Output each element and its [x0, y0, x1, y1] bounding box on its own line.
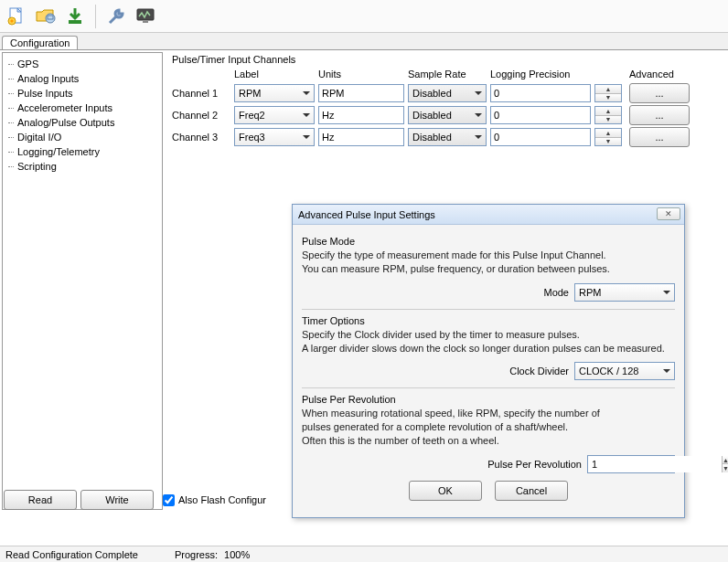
hdr-advanced: Advanced [629, 69, 690, 81]
channel2-precision-input[interactable] [490, 106, 591, 124]
channel1-samplerate-value: Disabled [412, 88, 452, 99]
dialog-title-text: Advanced Pulse Input Settings [298, 209, 435, 220]
channel2-name: Channel 2 [172, 110, 230, 121]
spinner-up-icon[interactable]: ▲ [595, 85, 621, 94]
advanced-pulse-dialog: Advanced Pulse Input Settings ✕ Pulse Mo… [292, 204, 685, 518]
mode-value: RPM [579, 287, 601, 298]
spinner-down-icon[interactable]: ▼ [595, 94, 621, 102]
tab-configuration[interactable]: Configuration [2, 36, 78, 49]
channel3-label-value: Freq3 [239, 132, 265, 143]
spinner-up-icon[interactable]: ▲ [595, 107, 621, 116]
channel-grid: Label Units Sample Rate Logging Precisio… [172, 69, 721, 147]
channel3-advanced-button[interactable]: ... [629, 127, 690, 147]
ppr-desc2: pulses generated for a complete revoluti… [302, 420, 675, 434]
sidebar-item-analog-inputs[interactable]: Analog Inputs [5, 71, 160, 86]
channel3-units-input[interactable] [318, 128, 404, 146]
ppr-desc3: Often this is the number of teeth on a w… [302, 434, 675, 448]
ppr-input[interactable]: ▲▼ [587, 455, 675, 473]
statusbar: Read Configuration Complete Progress: 10… [0, 546, 728, 562]
channel2-units-input[interactable] [318, 106, 404, 124]
hdr-sample-rate: Sample Rate [408, 69, 487, 81]
channel3-name: Channel 3 [172, 132, 230, 143]
clock-divider-label: Clock Divider [509, 366, 569, 376]
spinner-up-icon[interactable]: ▲ [595, 129, 621, 138]
sidebar-item-pulse-inputs[interactable]: Pulse Inputs [5, 86, 160, 101]
sidebar-item-accel-inputs[interactable]: Accelerometer Inputs [5, 101, 160, 115]
channel1-advanced-button[interactable]: ... [629, 83, 690, 103]
dialog-titlebar[interactable]: Advanced Pulse Input Settings ✕ [293, 205, 684, 225]
ppr-label: Pulse Per Revolution [487, 459, 582, 470]
flash-checkbox-row: Also Flash Configur [163, 494, 266, 506]
channel3-samplerate-combo[interactable]: Disabled [408, 128, 487, 146]
download-icon[interactable] [62, 4, 88, 29]
flash-checkbox-label: Also Flash Configur [178, 494, 266, 505]
channel1-label-value: RPM [239, 88, 261, 99]
pulse-mode-desc2: You can measure RPM, pulse frequency, or… [302, 262, 675, 276]
new-file-icon[interactable] [4, 4, 29, 29]
wrench-icon[interactable] [103, 4, 129, 29]
svg-rect-4 [48, 16, 53, 19]
channel2-label-combo[interactable]: Freq2 [234, 106, 315, 124]
dialog-cancel-button[interactable]: Cancel [495, 481, 568, 501]
ppr-heading: Pulse Per Revolution [302, 394, 675, 405]
channel1-precision-spinner[interactable]: ▲▼ [594, 84, 622, 102]
ppr-input-field[interactable] [588, 456, 722, 472]
channel3-label-combo[interactable]: Freq3 [234, 128, 315, 146]
svg-rect-7 [143, 21, 148, 23]
dialog-separator [302, 309, 675, 310]
pulse-mode-desc1: Specify the type of measurement made for… [302, 249, 675, 262]
spinner-up-icon[interactable]: ▲ [723, 456, 728, 465]
channel3-precision-input[interactable] [490, 128, 591, 146]
flash-checkbox[interactable] [163, 494, 175, 506]
channel1-precision-input[interactable] [490, 84, 591, 102]
sidebar: GPS Analog Inputs Pulse Inputs Accelerom… [2, 52, 163, 510]
status-text: Read Configuration Complete [5, 549, 138, 560]
channel2-label-value: Freq2 [239, 110, 265, 121]
dialog-body: Pulse Mode Specify the type of measureme… [293, 225, 684, 517]
close-icon: ✕ [665, 209, 672, 218]
ppr-desc1: When measuring rotational speed, like RP… [302, 407, 675, 420]
pulse-mode-heading: Pulse Mode [302, 236, 675, 247]
hdr-label: Label [234, 69, 315, 81]
channel2-samplerate-combo[interactable]: Disabled [408, 106, 487, 124]
sidebar-item-scripting[interactable]: Scripting [5, 159, 160, 174]
channel3-samplerate-value: Disabled [412, 132, 452, 143]
toolbar [0, 0, 728, 33]
spinner-down-icon[interactable]: ▼ [595, 116, 621, 124]
channel1-samplerate-combo[interactable]: Disabled [408, 84, 487, 102]
channel2-precision-spinner[interactable]: ▲▼ [594, 106, 622, 124]
spinner-down-icon[interactable]: ▼ [595, 138, 621, 146]
write-button[interactable]: Write [80, 490, 154, 510]
progress-label: Progress: [175, 549, 218, 560]
tab-bar: Configuration [0, 33, 728, 49]
timer-options-desc2: A larger divider slows down the clock so… [302, 342, 675, 355]
timer-options-heading: Timer Options [302, 315, 675, 326]
progress-value: 100% [224, 549, 250, 560]
dialog-ok-button[interactable]: OK [409, 481, 482, 501]
channel3-precision-spinner[interactable]: ▲▼ [594, 128, 622, 146]
status-progress: Progress: 100% [175, 549, 250, 560]
channel1-label-combo[interactable]: RPM [234, 84, 315, 102]
dialog-button-row: OK Cancel [302, 473, 675, 510]
monitor-icon[interactable] [133, 4, 158, 29]
spinner-down-icon[interactable]: ▼ [723, 464, 728, 472]
dialog-close-button[interactable]: ✕ [657, 207, 680, 220]
channel2-samplerate-value: Disabled [412, 110, 452, 121]
svg-rect-5 [69, 20, 81, 24]
hdr-logging-precision: Logging Precision [490, 69, 591, 81]
mode-combo[interactable]: RPM [574, 283, 675, 302]
clock-divider-value: CLOCK / 128 [579, 366, 638, 376]
open-folder-icon[interactable] [33, 4, 59, 29]
clock-divider-combo[interactable]: CLOCK / 128 [574, 362, 675, 380]
sidebar-item-digital-io[interactable]: Digital I/O [5, 130, 160, 144]
section-title: Pulse/Timer Input Channels [172, 54, 721, 65]
toolbar-separator [95, 5, 96, 28]
timer-options-desc1: Specify the Clock divider used by the ti… [302, 328, 675, 342]
read-button[interactable]: Read [4, 490, 77, 510]
sidebar-item-logging-telemetry[interactable]: Logging/Telemetry [5, 144, 160, 159]
sidebar-item-analog-pulse-outputs[interactable]: Analog/Pulse Outputs [5, 115, 160, 130]
channel2-advanced-button[interactable]: ... [629, 105, 690, 125]
sidebar-item-gps[interactable]: GPS [5, 57, 160, 71]
channel1-name: Channel 1 [172, 88, 230, 99]
channel1-units-input[interactable] [318, 84, 404, 102]
